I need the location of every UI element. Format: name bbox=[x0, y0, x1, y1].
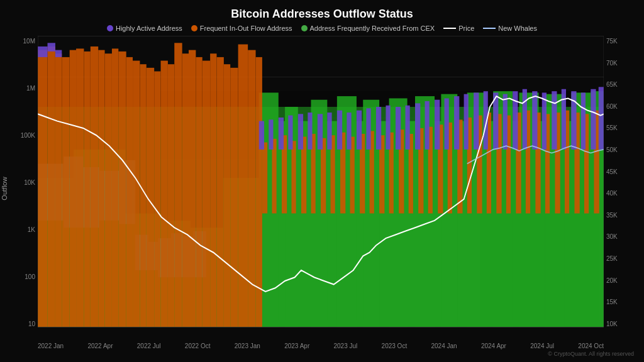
svg-rect-59 bbox=[161, 61, 168, 327]
legend-label-cex: Address Frequently Received From CEX bbox=[310, 25, 435, 32]
x-tick-2022oct: 2022 Oct bbox=[185, 343, 211, 349]
y-right-tick-10k: 10K bbox=[606, 321, 618, 327]
svg-rect-138 bbox=[523, 89, 527, 150]
chart-title: Bitcoin Addresses Outflow Status bbox=[10, 8, 634, 21]
y-tick-1m: 1M bbox=[26, 85, 35, 92]
x-tick-2024jul: 2024 Jul bbox=[530, 343, 554, 349]
y-tick-10k: 10K bbox=[24, 180, 35, 186]
svg-rect-121 bbox=[357, 111, 362, 150]
svg-rect-145 bbox=[591, 89, 596, 150]
legend-item-highly-active: Highly Active Address bbox=[107, 25, 182, 32]
legend-item-cex: Address Frequently Received From CEX bbox=[301, 25, 435, 32]
svg-rect-47 bbox=[76, 48, 84, 327]
legend-item-frequent: Frequent In-Out Flow Address bbox=[191, 25, 292, 32]
svg-rect-124 bbox=[386, 106, 390, 150]
svg-rect-55 bbox=[133, 61, 140, 327]
y-right-tick-60k: 60K bbox=[606, 104, 618, 110]
svg-rect-114 bbox=[288, 116, 292, 150]
svg-rect-51 bbox=[105, 53, 112, 327]
svg-rect-113 bbox=[279, 118, 284, 150]
y-right-tick-30k: 30K bbox=[606, 234, 618, 240]
legend-dot-frequent bbox=[191, 25, 197, 31]
svg-rect-56 bbox=[140, 64, 146, 327]
y-tick-100k: 100K bbox=[21, 133, 35, 139]
svg-rect-42 bbox=[38, 50, 48, 327]
plot-area bbox=[38, 36, 604, 341]
svg-rect-50 bbox=[98, 50, 104, 327]
y-right-tick-75k: 75K bbox=[606, 38, 618, 45]
y-right-tick-20k: 20K bbox=[606, 278, 618, 284]
y-tick-1k: 1K bbox=[28, 227, 35, 233]
svg-rect-64 bbox=[196, 57, 202, 327]
y-axis-left-label: Outflow bbox=[1, 177, 8, 200]
svg-rect-63 bbox=[189, 50, 196, 327]
svg-rect-116 bbox=[308, 112, 312, 150]
x-tick-2023oct: 2023 Oct bbox=[382, 343, 408, 349]
x-tick-2024apr: 2024 Apr bbox=[481, 343, 506, 349]
x-axis: 2022 Jan 2022 Apr 2022 Jul 2022 Oct 2023… bbox=[10, 341, 634, 349]
x-tick-2022jul: 2022 Jul bbox=[137, 343, 161, 349]
legend: Highly Active Address Frequent In-Out Fl… bbox=[10, 25, 634, 32]
y-right-tick-50k: 50K bbox=[606, 147, 618, 153]
svg-rect-144 bbox=[581, 92, 586, 149]
svg-rect-129 bbox=[435, 100, 440, 150]
svg-rect-115 bbox=[298, 114, 303, 150]
svg-rect-112 bbox=[269, 119, 273, 149]
y-tick-100: 100 bbox=[25, 274, 35, 280]
svg-rect-110 bbox=[55, 50, 62, 57]
svg-rect-45 bbox=[62, 57, 69, 327]
chart-container: Bitcoin Addresses Outflow Status Highly … bbox=[0, 0, 644, 362]
legend-line-whales bbox=[483, 28, 496, 29]
svg-rect-123 bbox=[376, 107, 381, 150]
svg-rect-66 bbox=[210, 53, 216, 327]
svg-rect-65 bbox=[203, 61, 210, 327]
y-tick-10m: 10M bbox=[23, 38, 35, 45]
svg-rect-67 bbox=[216, 57, 223, 327]
svg-rect-70 bbox=[238, 45, 248, 327]
svg-rect-60 bbox=[168, 64, 174, 327]
svg-rect-62 bbox=[182, 53, 189, 327]
svg-rect-120 bbox=[347, 112, 351, 150]
svg-rect-136 bbox=[503, 94, 508, 150]
svg-rect-109 bbox=[48, 43, 55, 52]
y-tick-10: 10 bbox=[28, 321, 35, 327]
svg-rect-73 bbox=[262, 143, 267, 214]
svg-rect-140 bbox=[542, 92, 547, 149]
y-right-tick-35k: 35K bbox=[606, 212, 618, 219]
svg-rect-46 bbox=[70, 50, 76, 327]
svg-rect-132 bbox=[464, 94, 469, 150]
svg-rect-118 bbox=[327, 112, 331, 150]
legend-item-whales: New Whales bbox=[483, 25, 537, 32]
y-right-tick-65k: 65K bbox=[606, 82, 618, 88]
svg-rect-49 bbox=[91, 47, 98, 327]
svg-rect-133 bbox=[474, 92, 479, 149]
svg-rect-130 bbox=[445, 98, 449, 149]
x-tick-2023apr: 2023 Apr bbox=[284, 343, 309, 349]
legend-dot-cex bbox=[301, 25, 308, 31]
y-axis-left: Outflow 10M 1M 100K 10K 1K 100 10 bbox=[10, 36, 38, 341]
svg-rect-125 bbox=[396, 107, 401, 150]
svg-rect-119 bbox=[337, 111, 342, 150]
x-tick-2022jan: 2022 Jan bbox=[38, 343, 64, 349]
svg-rect-43 bbox=[48, 47, 55, 327]
x-tick-2024oct: 2024 Oct bbox=[578, 343, 604, 349]
x-tick-2023jul: 2023 Jul bbox=[334, 343, 358, 349]
svg-rect-111 bbox=[259, 121, 264, 150]
legend-item-price: Price bbox=[443, 25, 474, 32]
svg-rect-146 bbox=[599, 87, 604, 149]
svg-rect-117 bbox=[318, 114, 323, 150]
svg-rect-54 bbox=[126, 57, 133, 327]
svg-rect-122 bbox=[366, 108, 370, 150]
svg-rect-44 bbox=[55, 53, 62, 327]
svg-rect-128 bbox=[425, 101, 430, 150]
y-right-tick-70k: 70K bbox=[606, 60, 618, 67]
legend-line-price bbox=[443, 28, 456, 29]
legend-dot-highly-active bbox=[107, 25, 113, 31]
x-tick-2024jan: 2024 Jan bbox=[431, 343, 457, 349]
svg-rect-126 bbox=[405, 106, 409, 150]
svg-rect-68 bbox=[224, 64, 230, 327]
svg-rect-142 bbox=[562, 89, 566, 150]
y-right-tick-55k: 55K bbox=[606, 125, 618, 131]
svg-rect-127 bbox=[415, 103, 420, 149]
svg-rect-76 bbox=[291, 141, 296, 213]
